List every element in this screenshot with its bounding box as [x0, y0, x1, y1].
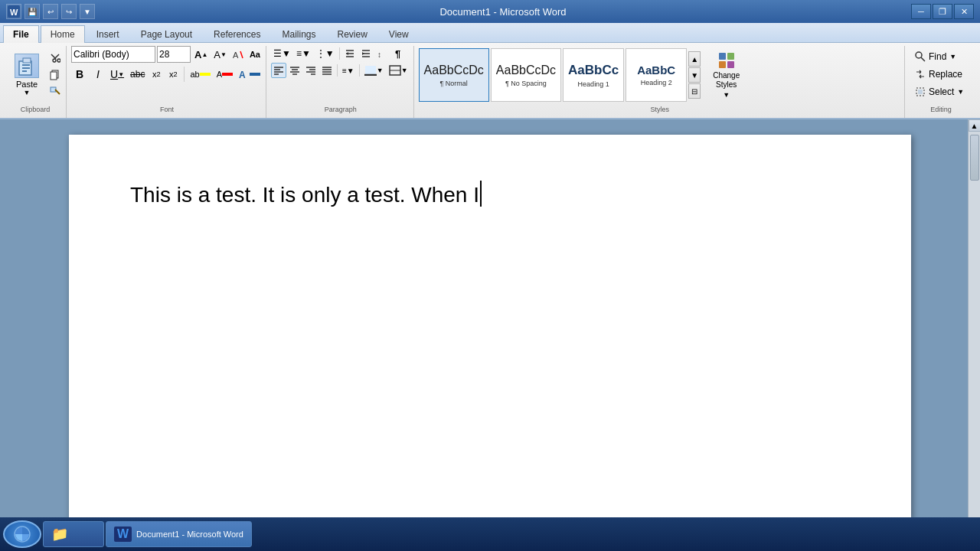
window-title: Document1 - Microsoft Word: [95, 6, 911, 18]
document-content[interactable]: This is a test. It is only a test. When …: [130, 181, 850, 209]
show-formatting-button[interactable]: ¶: [390, 46, 406, 61]
word-taskbar-icon: W: [114, 527, 132, 542]
cut-button[interactable]: [47, 51, 63, 66]
tab-review[interactable]: Review: [327, 25, 377, 43]
line-spacing-button[interactable]: ≡▼: [340, 63, 357, 78]
justify-button[interactable]: [319, 63, 335, 78]
tab-insert[interactable]: Insert: [87, 25, 129, 43]
svg-line-12: [240, 51, 243, 58]
tab-file[interactable]: File: [3, 25, 39, 43]
redo-quick-button[interactable]: ↪: [61, 4, 77, 19]
change-styles-icon: [717, 51, 736, 70]
scroll-up-button[interactable]: ▲: [969, 119, 981, 132]
style-normal-label: ¶ Normal: [440, 80, 468, 87]
change-styles-arrow: ▼: [723, 91, 730, 99]
change-styles-button[interactable]: ChangeStyles ▼: [705, 47, 747, 103]
copy-button[interactable]: [47, 67, 63, 83]
style-heading1[interactable]: AaBbCc Heading 1: [563, 48, 624, 102]
paste-label: Paste: [16, 80, 38, 89]
italic-button[interactable]: I: [90, 67, 106, 82]
svg-rect-6: [22, 70, 27, 72]
gallery-scroll-down[interactable]: ▼: [688, 67, 701, 83]
paragraph-group-content: ☰▼ ≡▼ ⋮▼ ↕ ¶: [271, 46, 410, 104]
svg-rect-4: [22, 64, 30, 66]
subscript-button[interactable]: x2: [149, 67, 164, 82]
taskbar: 📁 W Document1 - Microsoft Word: [0, 517, 980, 551]
font-label: Font: [71, 106, 263, 115]
format-painter-button[interactable]: [47, 84, 63, 99]
underline-button[interactable]: U ▼: [108, 67, 126, 82]
align-center-button[interactable]: [287, 63, 302, 78]
window-controls: ─ ❐ ✕: [911, 4, 974, 19]
strikethrough-button[interactable]: abc: [128, 67, 147, 82]
superscript-button[interactable]: x2: [165, 67, 181, 82]
text-effects-button[interactable]: A: [237, 67, 263, 82]
text-case-button[interactable]: Aa: [247, 47, 263, 62]
align-right-button[interactable]: [303, 63, 318, 78]
numbering-button[interactable]: ≡▼: [294, 46, 313, 61]
increase-indent-button[interactable]: [358, 46, 374, 61]
scroll-thumb[interactable]: [970, 135, 979, 181]
style-no-spacing[interactable]: AaBbCcDc ¶ No Spacing: [491, 48, 561, 102]
clear-formatting-button[interactable]: A: [230, 47, 246, 62]
borders-button[interactable]: ▼: [387, 63, 410, 78]
select-dropdown[interactable]: ▼: [957, 88, 964, 96]
minimize-button[interactable]: ─: [911, 4, 931, 19]
style-no-spacing-label: ¶ No Spacing: [505, 80, 547, 87]
tab-page-layout[interactable]: Page Layout: [131, 25, 202, 43]
gallery-scroll-up[interactable]: ▲: [688, 51, 701, 67]
style-normal[interactable]: AaBbCcDc ¶ Normal: [419, 48, 489, 102]
separator2: [359, 64, 360, 77]
customize-quick-access-button[interactable]: ▼: [80, 4, 95, 19]
start-button[interactable]: [3, 520, 41, 548]
undo-quick-button[interactable]: ↩: [43, 4, 58, 19]
svg-point-45: [916, 52, 922, 58]
tab-home[interactable]: Home: [41, 25, 85, 43]
title-bar: W 💾 ↩ ↪ ▼ Document1 - Microsoft Word ─ ❐…: [0, 0, 980, 23]
replace-button[interactable]: Replace: [910, 67, 971, 82]
files-icon: 📁: [51, 526, 68, 543]
sort-button[interactable]: ↕: [374, 46, 390, 61]
bullets-button[interactable]: ☰▼: [271, 46, 293, 61]
paragraph-group: ☰▼ ≡▼ ⋮▼ ↕ ¶: [268, 46, 414, 118]
tab-references[interactable]: References: [204, 25, 270, 43]
font-size-input[interactable]: [157, 46, 191, 63]
style-heading2[interactable]: AaBbC Heading 2: [626, 48, 687, 102]
align-left-button[interactable]: [271, 63, 286, 78]
separator: [337, 64, 338, 77]
change-styles-label: ChangeStyles: [713, 71, 740, 90]
shading-button[interactable]: ▼: [362, 63, 386, 78]
decrease-indent-button[interactable]: [342, 46, 358, 61]
bold-button[interactable]: B: [71, 67, 88, 82]
paste-button[interactable]: Paste ▼: [8, 50, 46, 100]
select-button[interactable]: Select ▼: [910, 84, 971, 99]
document-area[interactable]: This is a test. It is only a test. When …: [0, 119, 980, 534]
clipboard-content: Paste ▼: [8, 46, 63, 104]
increase-font-button[interactable]: A▲: [192, 47, 210, 62]
styles-gallery-content: AaBbCcDc ¶ Normal AaBbCcDc ¶ No Spacing …: [419, 46, 901, 104]
gallery-more-button[interactable]: ⊟: [688, 83, 701, 99]
save-quick-button[interactable]: 💾: [24, 4, 40, 19]
scroll-track[interactable]: [969, 132, 980, 522]
taskbar-files[interactable]: 📁: [43, 521, 104, 547]
text-cursor: [480, 181, 482, 207]
svg-rect-44: [727, 61, 734, 68]
clipboard-group: Paste ▼ Clipboard: [5, 46, 67, 118]
close-button[interactable]: ✕: [954, 4, 974, 19]
taskbar-word[interactable]: W Document1 - Microsoft Word: [106, 521, 252, 547]
decrease-font-button[interactable]: A▼: [211, 47, 229, 62]
find-dropdown[interactable]: ▼: [949, 53, 956, 60]
svg-line-46: [921, 57, 925, 61]
paste-dropdown-arrow[interactable]: ▼: [24, 89, 31, 96]
svg-rect-42: [727, 53, 734, 60]
text-highlight-button[interactable]: ab: [188, 67, 212, 82]
font-color-button[interactable]: A: [214, 67, 235, 82]
tab-view[interactable]: View: [379, 25, 419, 43]
multilevel-list-button[interactable]: ⋮▼: [314, 46, 337, 61]
restore-button[interactable]: ❐: [933, 4, 952, 19]
font-name-input[interactable]: [71, 46, 155, 63]
find-button[interactable]: Find ▼: [910, 49, 971, 64]
tab-mailings[interactable]: Mailings: [272, 25, 325, 43]
font-formatting-row: B I U ▼ abc x2 x2 ab A A: [71, 67, 263, 82]
style-normal-preview: AaBbCcDc: [424, 64, 484, 77]
